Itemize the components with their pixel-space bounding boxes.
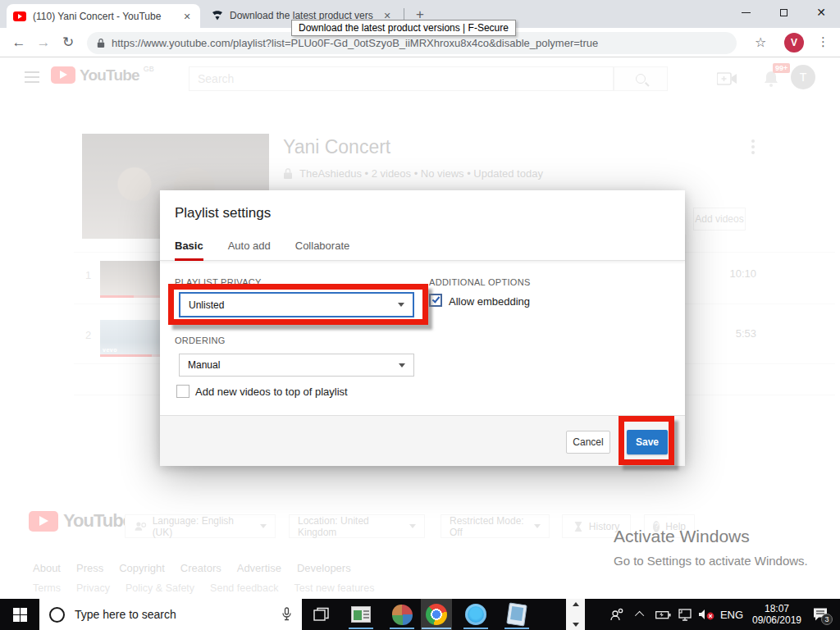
youtube-favicon-icon (13, 11, 26, 21)
dialog-title: Playlist settings (175, 205, 271, 221)
activate-windows-title: Activate Windows (614, 527, 808, 546)
tab-tooltip: Download the latest product versions | F… (291, 20, 516, 36)
start-button[interactable] (0, 599, 39, 630)
taskbar-scroll-widget[interactable] (566, 599, 585, 630)
speaker-muted-icon (698, 608, 716, 621)
scroll-down-icon[interactable] (573, 623, 579, 627)
allow-embedding-label: Allow embedding (449, 295, 530, 308)
open-app-indicator (349, 628, 373, 630)
show-hidden-icons-button[interactable] (630, 599, 651, 630)
reload-button[interactable]: ↻ (56, 34, 80, 51)
chrome-icon (426, 604, 447, 625)
close-window-button[interactable]: ✕ (802, 0, 840, 25)
tab-title: (110) Yani Concert - YouTube (33, 11, 174, 22)
activate-windows-watermark: Activate Windows Go to Settings to activ… (614, 527, 808, 568)
tab-collaborate[interactable]: Collaborate (295, 233, 350, 261)
open-app-indicator (463, 628, 488, 630)
network-status[interactable] (674, 599, 697, 630)
action-center-button[interactable]: 3 (806, 599, 835, 630)
clock-date: 09/06/2019 (752, 614, 801, 626)
screen: (110) Yani Concert - YouTube ✕ Download … (0, 0, 840, 630)
f-secure-favicon-icon (212, 10, 223, 21)
url-text: https://www.youtube.com/playlist?list=PL… (112, 37, 598, 49)
tab-youtube[interactable]: (110) Yani Concert - YouTube ✕ (7, 4, 200, 28)
restore-icon (780, 9, 788, 16)
microphone-icon[interactable] (281, 607, 292, 622)
ordering-label: ORDERING (175, 336, 226, 345)
ordering-dropdown[interactable]: Manual (179, 354, 414, 377)
window-controls: ✕ (727, 0, 840, 25)
chevron-up-icon (635, 611, 644, 620)
input-language-indicator[interactable]: ENG (717, 599, 746, 630)
minimize-button[interactable] (727, 0, 765, 25)
people-icon (609, 607, 624, 622)
restore-button[interactable] (765, 0, 802, 25)
taskbar-clock[interactable]: 18:07 09/06/2019 (748, 599, 806, 630)
taskbar-app-chrome[interactable] (420, 599, 453, 630)
minimize-icon (742, 12, 751, 13)
taskbar-search-placeholder: Type here to search (75, 608, 272, 621)
browser-menu-icon[interactable]: ⋮ (817, 34, 829, 49)
dropdown-caret-icon (399, 363, 405, 368)
tab-basic[interactable]: Basic (175, 233, 203, 261)
battery-icon (655, 610, 671, 619)
privacy-dropdown[interactable]: Unlisted (179, 292, 414, 317)
blue-app-icon (465, 604, 486, 625)
page-viewport: YouTube GB 99+ T Yani Concert TheAshiedu… (0, 57, 840, 599)
bookmark-star-icon[interactable]: ☆ (755, 34, 766, 50)
taskbar-app-network[interactable] (459, 599, 492, 630)
battery-status[interactable] (651, 599, 674, 630)
cortana-icon (49, 607, 65, 623)
windows-logo-icon (13, 608, 27, 622)
people-button[interactable] (603, 599, 631, 630)
task-view-button[interactable] (305, 599, 338, 630)
playlist-settings-dialog: Playlist settings Basic Auto add Collabo… (160, 190, 685, 466)
allow-embedding-checkbox[interactable] (429, 294, 442, 307)
open-app-indicator (390, 628, 414, 630)
privacy-label: PLAYLIST PRIVACY (175, 277, 262, 287)
activate-windows-subtitle: Go to Settings to activate Windows. (614, 554, 808, 568)
notification-count-badge: 3 (821, 614, 833, 625)
open-app-indicator (504, 628, 529, 630)
forward-button[interactable]: → (31, 34, 56, 51)
taskbar-search-box[interactable]: Type here to search (39, 599, 302, 630)
privacy-value: Unlisted (189, 299, 224, 311)
volume-status[interactable] (696, 599, 719, 630)
save-button[interactable]: Save (627, 430, 668, 454)
brain-app-icon (392, 605, 413, 625)
taskbar-app-window[interactable] (345, 599, 377, 630)
active-app-indicator (422, 628, 451, 630)
windows-taskbar: Type here to search (0, 599, 840, 630)
add-to-top-label: Add new videos to top of playlist (195, 386, 348, 398)
add-to-top-checkbox[interactable] (176, 385, 189, 398)
dropdown-caret-icon (398, 303, 404, 307)
tab-auto-add[interactable]: Auto add (228, 233, 271, 261)
tab-close-icon[interactable]: ✕ (180, 10, 194, 23)
lock-icon (97, 38, 105, 48)
network-icon (678, 609, 693, 621)
taskbar-app-browser[interactable] (386, 599, 418, 630)
task-view-icon (313, 607, 330, 622)
tablet-app-icon (506, 603, 527, 627)
additional-options-label: ADDITIONAL OPTIONS (429, 277, 531, 287)
scroll-up-icon[interactable] (573, 602, 579, 606)
taskbar-app-tablet[interactable] (500, 599, 533, 630)
browser-profile-avatar[interactable]: V (784, 33, 804, 52)
checkmark-icon (432, 294, 441, 303)
clock-time: 18:07 (765, 603, 789, 614)
app-window-icon (351, 606, 371, 623)
dialog-tabs: Basic Auto add Collaborate (160, 233, 685, 261)
cancel-button[interactable]: Cancel (566, 431, 610, 454)
ordering-value: Manual (188, 359, 220, 371)
back-button[interactable]: ← (7, 34, 31, 51)
